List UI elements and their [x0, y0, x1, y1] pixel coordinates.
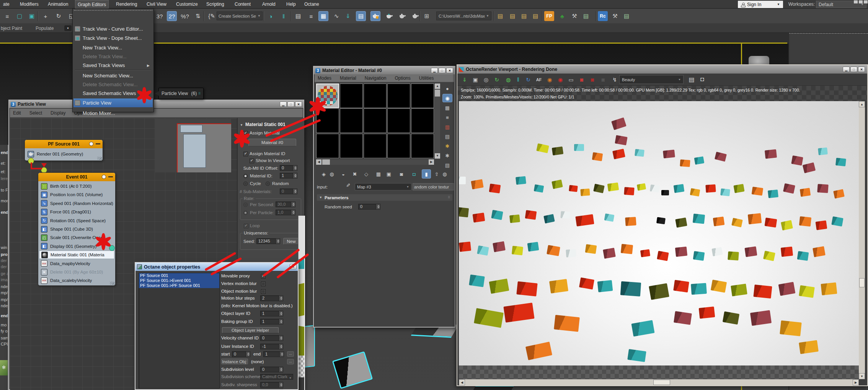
teapot2-icon[interactable]: [384, 11, 394, 21]
curve-editor-icon[interactable]: ∿: [331, 11, 341, 21]
material-slot[interactable]: [387, 134, 410, 158]
me-tool-icon-6[interactable]: ▣: [384, 169, 393, 179]
show-in-viewport-checkbox[interactable]: [250, 159, 254, 163]
me-tool-icon-4[interactable]: ◇: [362, 169, 371, 179]
spinner[interactable]: [279, 344, 283, 349]
material-slot[interactable]: [387, 108, 410, 133]
pv-menu-display[interactable]: Display: [51, 110, 65, 116]
teapot3-icon[interactable]: [397, 11, 407, 21]
spinner-snap-icon[interactable]: ⇅: [193, 11, 203, 21]
prop-field[interactable]: 0: [260, 367, 283, 372]
me-side-icon-5[interactable]: ▤: [442, 132, 452, 141]
edit-named-selection-icon[interactable]: {✎: [207, 11, 217, 21]
render-row[interactable]: Render 001 (Geometry): [26, 150, 102, 158]
me-side-icon-6[interactable]: ✱: [442, 142, 452, 150]
lamp-icon[interactable]: [102, 175, 106, 179]
event-row-speed[interactable]: ⇘Speed 001 (Random Horizontal): [39, 199, 114, 208]
material-name-field[interactable]: andom color textur: [413, 183, 454, 190]
menubar-item-graph-editors[interactable]: Graph Editors: [75, 0, 109, 8]
camera2-icon[interactable]: ◙: [588, 75, 597, 84]
octane-props-list[interactable]: PF Source 001PF Source 001->Event 001PF …: [139, 273, 220, 388]
percent-snap-icon[interactable]: %?: [180, 11, 190, 21]
me-menu-material[interactable]: Material: [340, 75, 356, 81]
octane-list-item[interactable]: PF Source 001->Event 001: [139, 278, 219, 283]
material-id-field[interactable]: 1: [280, 173, 297, 179]
material-slot[interactable]: [411, 108, 434, 133]
collapse-icon[interactable]: [96, 143, 100, 144]
me-side-icon-2[interactable]: ▩: [442, 103, 452, 112]
octane-list-item[interactable]: PF Source 001: [139, 273, 219, 278]
move-icon[interactable]: +: [41, 11, 51, 21]
prop-field[interactable]: 0: [260, 335, 283, 341]
snap-3d-icon[interactable]: 3?: [155, 11, 165, 21]
per-second-radio[interactable]: [243, 203, 248, 207]
menubar-item-octane[interactable]: Octane: [302, 0, 321, 8]
railclone-list-icon[interactable]: ▤: [622, 11, 631, 21]
material-slot[interactable]: [364, 134, 387, 158]
parameters-rollout[interactable]: ▼ Parameters ⠿: [317, 194, 452, 201]
material-slot[interactable]: [387, 84, 410, 108]
toggle-scene-explorer-icon[interactable]: ▤: [293, 11, 303, 21]
material-slot[interactable]: [316, 134, 339, 158]
menubar-item-help[interactable]: Help: [284, 0, 298, 8]
camera3-icon[interactable]: ◙: [599, 75, 608, 84]
rotate-icon[interactable]: ↻: [54, 11, 64, 21]
scene-box[interactable]: [303, 325, 315, 367]
particle-view-titlebar[interactable]: 3 Particle View: [9, 100, 303, 108]
event-header[interactable]: Event 001: [38, 173, 115, 181]
me-side-icon-8[interactable]: ▤: [442, 161, 452, 169]
material-slot[interactable]: [364, 108, 387, 133]
event-row-birth[interactable]: ∷Birth 001 (At 0 T:200): [39, 182, 114, 190]
render-iterative-icon[interactable]: ▤: [519, 11, 529, 21]
teapot4-icon[interactable]: [410, 11, 420, 21]
me-tool-icon-11[interactable]: ◍: [440, 169, 449, 179]
bolt-icon[interactable]: ↯: [610, 75, 619, 84]
me-tool-icon-5[interactable]: ▦: [374, 169, 383, 179]
event-row-position[interactable]: ▣Position Icon 001 (Volume): [39, 190, 114, 199]
af-icon[interactable]: AF: [534, 75, 543, 84]
render-setup-icon[interactable]: ⊞: [422, 11, 432, 21]
prop-field[interactable]: 1: [260, 319, 283, 324]
forest-icon[interactable]: ♣: [557, 11, 567, 21]
save-icon[interactable]: ⇓: [460, 75, 469, 84]
more-button[interactable]: ...: [287, 359, 294, 364]
me-side-icon-1[interactable]: ◉: [442, 94, 452, 102]
me-side-icon-7[interactable]: ✱: [442, 151, 452, 160]
seed-field[interactable]: 12345: [256, 238, 280, 244]
octane-render-icon[interactable]: .: [370, 11, 380, 21]
per-particle-radio[interactable]: [243, 211, 248, 215]
render-image[interactable]: [459, 101, 859, 365]
instance-obj-button[interactable]: Instance Obj:: [221, 359, 248, 364]
loop-checkbox[interactable]: [244, 224, 248, 228]
me-tool-icon-2[interactable]: ◒: [339, 169, 348, 179]
schematic-view-icon[interactable]: ⇓: [343, 11, 353, 21]
zoom-icon[interactable]: ◎: [481, 75, 491, 84]
menubar-item-modifiers[interactable]: Modifiers: [18, 0, 41, 8]
ribbon-icon[interactable]: ▦: [318, 11, 328, 21]
spinner[interactable]: [279, 336, 283, 341]
menubar-item-ate[interactable]: ate: [1, 0, 12, 8]
material-slot[interactable]: [340, 84, 363, 108]
fp-icon[interactable]: FP: [544, 11, 554, 21]
event-row-delete[interactable]: ✕Delete 001 (By Age 60±10): [39, 268, 114, 276]
pv-menu-edit[interactable]: Edit: [13, 110, 21, 116]
event-row-data[interactable]: 010Data_scalebyVelocity: [39, 276, 114, 285]
material-slot[interactable]: [364, 84, 387, 108]
lock-icon[interactable]: ◍: [504, 75, 513, 84]
railclone-icon[interactable]: Rc: [598, 11, 608, 21]
octane-list-item[interactable]: PF Source 001->PF Source 001: [139, 283, 219, 288]
event-node[interactable]: Event 001 ∷Birth 001 (At 0 T:200)▣Positi…: [38, 172, 116, 286]
railclone-tools-icon[interactable]: ⚒: [610, 11, 620, 21]
slots-vscrollbar[interactable]: ▲ ▼: [435, 84, 440, 159]
pause-icon[interactable]: ‖: [514, 75, 523, 84]
render-frame-icon[interactable]: ▤: [495, 11, 505, 21]
new-seed-button[interactable]: New: [283, 238, 299, 245]
selection-set-dropdown[interactable]: Create Selection Se ▼: [217, 11, 263, 20]
menu-item-saved-track-views[interactable]: Saved Track Views▶: [73, 61, 153, 70]
random-radio[interactable]: [266, 182, 270, 186]
refresh-icon[interactable]: ↻: [492, 75, 501, 84]
restart-icon[interactable]: ↻: [524, 75, 533, 84]
align-icon[interactable]: ‖: [279, 11, 289, 21]
event-row-material[interactable]: Material Static 001 (Materia: [39, 251, 114, 259]
start-field[interactable]: 0: [232, 351, 250, 357]
